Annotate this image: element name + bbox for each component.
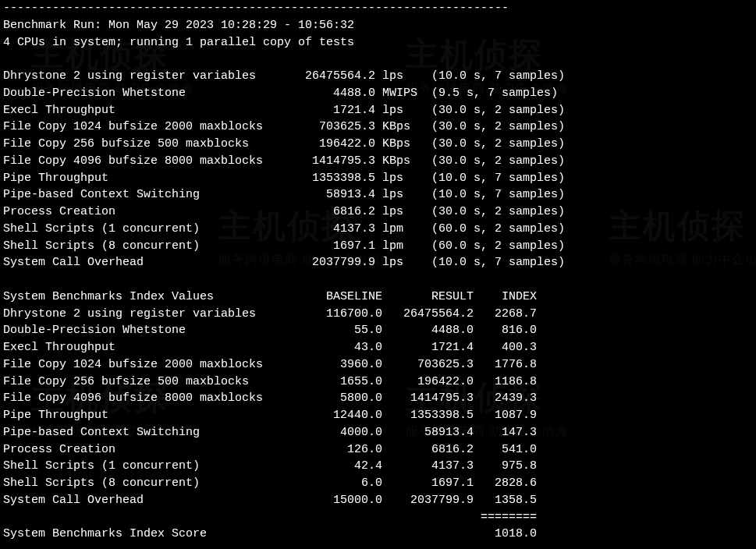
terminal-output[interactable]: ----------------------------------------… [3, 0, 753, 543]
terminal-window: 主机侦探 服务跨境电商 助力中企出海 主机侦探 服务跨境电商 助力中企出海 主机… [0, 0, 756, 549]
